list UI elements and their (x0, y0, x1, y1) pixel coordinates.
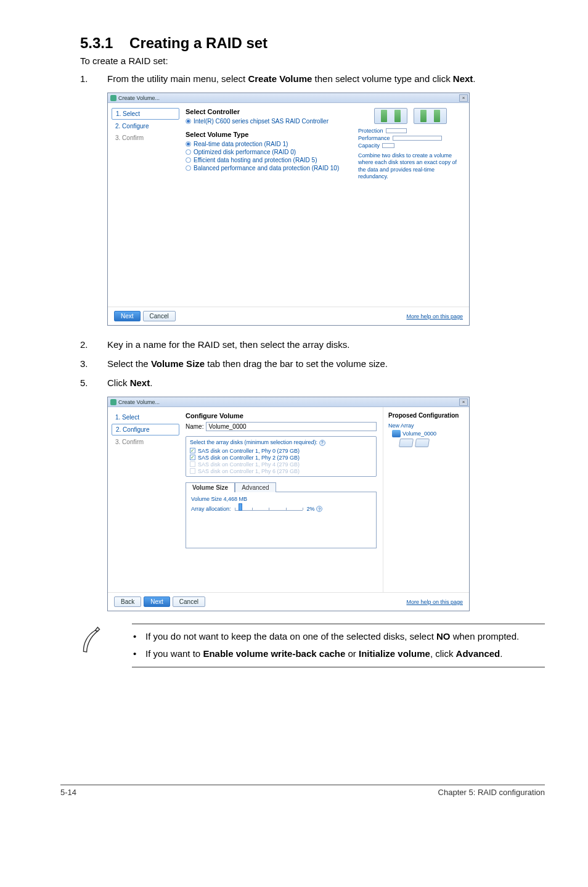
disk-icon (374, 108, 407, 124)
tab-volume-size[interactable]: Volume Size (186, 482, 235, 492)
note-item: • If you want to Enable volume write-bac… (133, 648, 544, 660)
proposed-heading: Proposed Configuration (388, 412, 464, 419)
step-text: Click Next. (107, 376, 545, 389)
nav-step-configure[interactable]: 2. Configure (112, 424, 179, 435)
nav-step-confirm: 3. Confirm (112, 437, 179, 447)
disk-checkbox-6: SAS disk on Controller 1, Phy 6 (279 GB) (190, 468, 372, 474)
note-callout: • If you do not want to keep the data on… (78, 624, 545, 667)
step-number: 3. (80, 357, 107, 370)
raid-illustration: Protection Performance Capacity Combine … (358, 108, 463, 180)
page-number: 5-14 (60, 788, 76, 797)
radio-icon (186, 118, 191, 124)
close-icon[interactable]: × (459, 94, 468, 102)
disk-icon (415, 439, 430, 447)
allocation-slider[interactable] (235, 507, 303, 511)
bar-performance (393, 136, 442, 141)
step-list: 1. From the utility main menu, select Cr… (80, 72, 545, 85)
step-1: 1. From the utility main menu, select Cr… (80, 72, 545, 85)
step-text: Select the Volume Size tab then drag the… (107, 357, 545, 370)
page-footer: 5-14 Chapter 5: RAID configuration (60, 785, 545, 797)
help-link[interactable]: More help on this page (406, 599, 463, 605)
back-button[interactable]: Back (114, 596, 141, 607)
name-label: Name: (186, 423, 203, 430)
alloc-label: Array allocation: (191, 506, 231, 512)
raid-description: Combine two disks to create a volume whe… (358, 152, 463, 180)
radio-icon (186, 141, 191, 147)
controller-label: Intel(R) C600 series chipset SAS RAID Co… (194, 118, 329, 125)
disk-checkbox-0[interactable]: ✓SAS disk on Controller 1, Phy 0 (279 GB… (190, 448, 372, 454)
app-icon (110, 95, 116, 101)
heading-configure-volume: Configure Volume (186, 412, 377, 419)
wizard-nav: 1. Select 2. Configure 3. Confirm (108, 407, 179, 592)
nav-step-select[interactable]: 1. Select (112, 412, 179, 423)
bar-capacity (382, 143, 394, 148)
window-title: Create Volume... (118, 399, 160, 405)
step-number: 2. (80, 338, 107, 351)
disk-icon (414, 108, 447, 124)
step-list-2: 2. Key in a name for the RAID set, then … (80, 338, 545, 389)
step-text: Key in a name for the RAID set, then sel… (107, 338, 545, 351)
title-bar: Create Volume... × (108, 93, 469, 103)
volume-name-input[interactable] (206, 422, 377, 431)
step-text: From the utility main menu, select Creat… (107, 72, 545, 85)
chapter-title: Chapter 5: RAID configuration (438, 788, 545, 797)
nav-step-select[interactable]: 1. Select (112, 108, 179, 120)
radio-icon (186, 157, 191, 163)
help-icon[interactable]: ? (316, 506, 322, 512)
disk-checkbox-4: SAS disk on Controller 1, Phy 4 (279 GB) (190, 461, 372, 468)
screenshot-create-volume-select: Create Volume... × 1. Select 2. Configur… (107, 93, 470, 326)
step-number: 5. (80, 376, 107, 389)
section-intro: To create a RAID set: (80, 56, 545, 66)
alloc-percent: 2% (307, 506, 315, 512)
nav-step-configure[interactable]: 2. Configure (112, 121, 179, 131)
help-icon[interactable]: ? (319, 440, 325, 446)
radio-icon (186, 149, 191, 155)
radio-icon (186, 165, 191, 171)
screenshot-create-volume-configure: Create Volume... × 1. Select 2. Configur… (107, 397, 470, 611)
disk-checkbox-2[interactable]: ✓SAS disk on Controller 1, Phy 2 (279 GB… (190, 455, 372, 461)
disk-icon (399, 439, 414, 447)
wizard-nav: 1. Select 2. Configure 3. Confirm (108, 103, 179, 307)
disk-select-box: Select the array disks (minimum selectio… (186, 436, 377, 477)
next-button[interactable]: Next (144, 596, 170, 607)
volume-size-text: Volume Size 4,468 MB (191, 496, 371, 502)
note-pencil-icon (74, 625, 110, 659)
tab-pane-volume-size: Volume Size 4,468 MB Array allocation: 2… (186, 492, 377, 548)
cancel-button[interactable]: Cancel (173, 596, 205, 607)
title-bar: Create Volume... × (108, 397, 469, 407)
help-link[interactable]: More help on this page (406, 313, 463, 320)
volume-icon (392, 430, 401, 437)
cancel-button[interactable]: Cancel (143, 311, 176, 321)
section-heading: 5.3.1 Creating a RAID set (80, 35, 545, 52)
new-array-label: New Array (388, 423, 464, 429)
step-5: 5. Click Next. (80, 376, 545, 389)
window-title: Create Volume... (118, 95, 160, 101)
next-button[interactable]: Next (114, 311, 141, 321)
tab-advanced[interactable]: Advanced (235, 482, 276, 492)
step-number: 1. (80, 72, 107, 85)
nav-step-confirm: 3. Confirm (112, 133, 179, 143)
proposed-volume-name: Volume_0000 (402, 431, 436, 437)
step-3: 3. Select the Volume Size tab then drag … (80, 357, 545, 370)
note-item: • If you do not want to keep the data on… (133, 630, 544, 643)
bar-protection (386, 128, 407, 133)
app-icon (110, 399, 116, 405)
proposed-config-pane: Proposed Configuration New Array Volume_… (383, 407, 469, 592)
step-2: 2. Key in a name for the RAID set, then … (80, 338, 545, 351)
close-icon[interactable]: × (459, 398, 468, 406)
